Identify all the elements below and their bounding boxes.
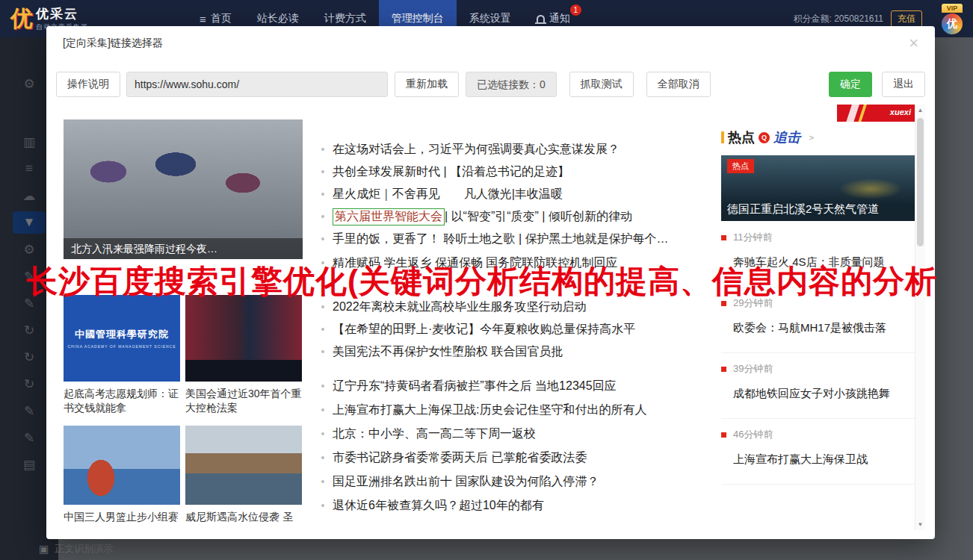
- header-accent-bar: [721, 131, 724, 143]
- institute-sign-text: 中國管理科學研究院: [75, 328, 169, 341]
- photo-card[interactable]: 中国三人男篮止步小组赛: [64, 426, 180, 524]
- news-link[interactable]: 手里的饭，更香了！ 聆听土地之歌 | 保护黑土地就是保护每个…: [321, 228, 710, 250]
- news-link[interactable]: 美国宪法不再保护女性堕胎权 联合国官员批: [321, 340, 710, 363]
- news-link[interactable]: 在这场对话会上，习近平为何强调要真心实意谋发展？: [321, 138, 710, 161]
- photo-card[interactable]: 中國管理科學研究院 CHINA ACADEMY OF MANAGEMENT SC…: [64, 295, 180, 415]
- photo-caption: 中国三人男篮止步小组赛: [64, 510, 180, 524]
- timeline-bullet-icon: [721, 432, 726, 438]
- hot-tag: 热点: [727, 159, 754, 173]
- exit-button[interactable]: 退出: [882, 72, 925, 97]
- news-link-text: 上海宣布打赢大上海保卫战:历史会记住坚守和付出的所有人: [333, 402, 646, 418]
- news-link-text: 【在希望的田野上·麦收记】今年夏粮收购总量保持高水平: [333, 322, 635, 337]
- congress-photo: [185, 295, 302, 382]
- news-link-text: 辽宁丹东“持黄码者看病被拦”事件之后 当地12345回应: [333, 379, 617, 394]
- timeline-bullet-icon: [721, 235, 726, 240]
- news-link[interactable]: 第六届世界智能大会 | 以“智变”引“质变” | 倾听创新的律动: [321, 205, 710, 228]
- timeline-title: 奔驰车起火 4S店：非质量问题: [733, 255, 917, 270]
- bell-icon: [537, 15, 545, 22]
- news-link-text: 美国宪法不再保护女性堕胎权 联合国官员批: [333, 344, 563, 360]
- news-link[interactable]: 【在希望的田野上·麦收记】今年夏粮收购总量保持高水平: [321, 318, 710, 340]
- scroll-down-icon[interactable]: ▼: [915, 519, 925, 530]
- timeline-bullet-icon: [721, 367, 726, 372]
- scroll-up-icon[interactable]: ▲: [915, 105, 925, 116]
- help-button[interactable]: 操作说明: [56, 72, 120, 97]
- news-link[interactable]: 市委书记跻身省委常委两天后 已掌舵省委政法委: [321, 446, 710, 470]
- hot-title-suffix: 追击: [773, 128, 800, 146]
- selected-count: 已选链接数：0: [466, 72, 557, 97]
- news-link[interactable]: 星火成炬｜不舍再见 凡人微光|丰收温暖: [321, 183, 710, 205]
- hot-title-prefix: 热点: [728, 128, 755, 146]
- news-link-text: 手里的饭，更香了！ 聆听土地之歌 | 保护黑土地就是保护每个…: [333, 231, 669, 247]
- timeline-time: 29分钟前: [733, 296, 773, 310]
- logo-title: 优采云: [36, 5, 88, 22]
- nav-item-label: 站长必读: [257, 12, 299, 25]
- embedded-webpage: xuexi 北方入汛来最强降雨过程今夜… 中國管理科學研究院 CHINA ACA…: [56, 105, 925, 539]
- url-input[interactable]: [126, 72, 388, 97]
- photo-card[interactable]: 威尼斯遇高水位侵袭 圣: [185, 426, 302, 524]
- timeline-title: 成都地铁回应女子对小孩跳艳舞: [733, 387, 917, 401]
- lead-photo-caption: 北方入汛来最强降雨过程今夜…: [64, 238, 303, 259]
- banner-text: xuexi: [890, 108, 911, 116]
- modal-header: [定向采集]链接选择器 ×: [46, 26, 935, 60]
- lead-photo[interactable]: 北方入汛来最强降雨过程今夜…: [64, 119, 303, 259]
- venice-photo: [185, 426, 302, 505]
- promo-banner[interactable]: xuexi: [837, 105, 917, 122]
- close-icon[interactable]: ×: [909, 35, 918, 52]
- timeline-time: 39分钟前: [733, 362, 773, 376]
- headline-group: 在这场对话会上，习近平为何强调要真心实意谋发展？共创全球发展新时代 | 【沿着总…: [321, 138, 710, 250]
- photo-caption: 威尼斯遇高水位侵袭 圣: [185, 510, 302, 524]
- news-link[interactable]: 精准赋码 学生返乡 保通保畅 国务院联防联控机制回应: [321, 252, 710, 274]
- news-link[interactable]: 北京：中小学、高一高二等下周一返校: [321, 422, 710, 446]
- vertical-scrollbar[interactable]: ▲ ▼: [915, 105, 925, 530]
- news-link[interactable]: 国足亚洲排名跌出前十 国家队建设为何陷入停滞？: [321, 470, 710, 494]
- hot-lead-photo[interactable]: 热点 德国正重启北溪2号天然气管道: [721, 155, 917, 221]
- news-link[interactable]: 辽宁丹东“持黄码者看病被拦”事件之后 当地12345回应: [321, 374, 710, 398]
- nav-item-label: 通知: [549, 12, 570, 25]
- confirm-button[interactable]: 确定: [829, 72, 872, 97]
- hot-timeline-item[interactable]: 39分钟前成都地铁回应女子对小孩跳艳舞: [721, 353, 917, 419]
- news-link-text: | 以“智变”引“质变” | 倾听创新的律动: [445, 209, 632, 225]
- nav-item-label: 系统设置: [469, 12, 511, 25]
- nav-item-label: 计费方式: [324, 12, 366, 25]
- banner-stripe: [845, 105, 860, 122]
- app-root: ⚙▥≡☁▼⚙✎✎↻↻↻✎✎▤ ▣ 正文识别演示 优 优采云 自动文章采集器 ≡首…: [0, 0, 973, 560]
- vip-badge[interactable]: VIP: [942, 4, 963, 13]
- news-link-text: 退休近6年被查算久吗？超过10年的都有: [333, 498, 544, 514]
- news-link[interactable]: 2022年离校未就业高校毕业生服务攻坚行动启动: [321, 296, 710, 318]
- news-link[interactable]: 共创全球发展新时代 | 【沿着总书记的足迹】: [321, 161, 710, 183]
- hot-logo-icon: Q: [759, 132, 770, 143]
- news-link-text: 国足亚洲排名跌出前十 国家队建设为何陷入停滞？: [333, 474, 599, 490]
- news-link-text: 星火成炬｜不舍再见 凡人微光|丰收温暖: [333, 187, 563, 202]
- nav-item-label: 首页: [211, 12, 232, 25]
- cancel-all-button[interactable]: 全部取消: [646, 72, 711, 97]
- chevron-right-icon: ＞: [807, 131, 816, 144]
- scrollbar-thumb[interactable]: [917, 118, 924, 246]
- news-link[interactable]: 退休近6年被查算久吗？超过10年的都有: [321, 494, 710, 517]
- hot-timeline-item[interactable]: 46分钟前上海宣布打赢大上海保卫战: [721, 419, 917, 485]
- hot-timeline-item[interactable]: 11分钟前奔驰车起火 4S店：非质量问题: [721, 222, 917, 287]
- news-link[interactable]: 上海宣布打赢大上海保卫战:历史会记住坚守和付出的所有人: [321, 398, 710, 422]
- reload-button[interactable]: 重新加载: [395, 72, 459, 97]
- hot-section-header[interactable]: 热点 Q 追击 ＞: [721, 128, 917, 146]
- timeline-title: 上海宣布打赢大上海保卫战: [733, 452, 917, 467]
- recharge-button[interactable]: 充值: [891, 10, 922, 28]
- hot-timeline-item[interactable]: 29分钟前欧委会：马航MH17是被俄击落: [721, 287, 917, 353]
- institute-sign-subtext: CHINA ACADEMY OF MANAGEMENT SCIENCE: [67, 344, 176, 349]
- nav-item-label: 管理控制台: [392, 12, 444, 25]
- corner-logo-icon: 优: [942, 13, 963, 34]
- logo-glyph: 优: [10, 4, 33, 34]
- hot-timeline: 11分钟前奔驰车起火 4S店：非质量问题29分钟前欧委会：马航MH17是被俄击落…: [721, 222, 917, 485]
- selected-link-highlight[interactable]: 第六届世界智能大会: [333, 208, 445, 225]
- news-link-text: 共创全球发展新时代 | 【沿着总书记的足迹】: [333, 164, 569, 180]
- photo-card[interactable]: 美国会通过近30年首个重大控枪法案: [185, 295, 302, 415]
- institute-photo: 中國管理科學研究院 CHINA ACADEMY OF MANAGEMENT SC…: [64, 295, 180, 382]
- timeline-title: 欧委会：马航MH17是被俄击落: [733, 321, 917, 335]
- photo-caption: 美国会通过近30年首个重大控枪法案: [185, 387, 302, 415]
- timeline-time: 11分钟前: [733, 231, 773, 244]
- hot-section: 热点 Q 追击 ＞ 热点 德国正重启北溪2号天然气管道 11分钟前奔驰车起火 4…: [721, 128, 917, 485]
- timeline-bullet-icon: [721, 301, 726, 306]
- news-link-text: 市委书记跻身省委常委两天后 已掌舵省委政法委: [333, 450, 587, 466]
- modal-title: [定向采集]链接选择器: [63, 37, 163, 50]
- grab-test-button[interactable]: 抓取测试: [569, 72, 634, 97]
- news-link-text: 北京：中小学、高一高二等下周一返校: [333, 426, 536, 442]
